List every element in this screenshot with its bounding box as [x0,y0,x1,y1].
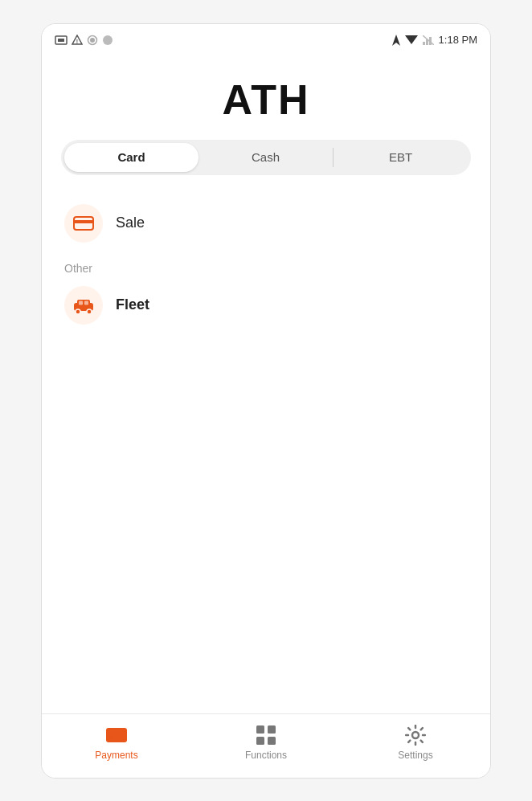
sim-icon [55,35,68,45]
svg-marker-8 [405,35,418,44]
payment-tabs: Card Cash EBT [61,140,471,175]
status-bar: ! [42,24,490,53]
phone-frame: ! [41,23,491,779]
svg-point-6 [103,35,113,45]
svg-point-5 [90,38,95,43]
functions-nav-label: Functions [245,750,287,761]
svg-rect-24 [256,725,264,734]
status-time: 1:18 PM [439,34,477,46]
svg-rect-9 [423,42,425,45]
sale-label: Sale [116,215,145,231]
svg-rect-19 [79,300,83,304]
settings-icon [405,725,426,746]
main-content: ATH Card Cash EBT [42,53,490,713]
menu-item-sale[interactable]: Sale [58,194,474,252]
tab-cash[interactable]: Cash [198,143,333,172]
tab-ebt[interactable]: EBT [334,143,468,172]
card-icon [73,215,94,231]
functions-nav-icon [255,724,277,746]
menu-item-fleet[interactable]: Fleet [58,276,474,334]
fleet-icon-circle [64,286,103,325]
wifi-icon [405,35,418,45]
logo-area: ATH [42,53,490,140]
settings-nav-icon [404,724,427,746]
sale-icon-circle [64,204,103,243]
location-arrow-icon [392,35,400,46]
tab-card[interactable]: Card [64,143,198,172]
circle-icon [87,35,98,46]
svg-rect-22 [106,732,127,736]
svg-point-17 [76,309,80,314]
menu-section: Sale Other [42,194,490,713]
nav-item-settings[interactable]: Settings [341,724,490,761]
svg-rect-25 [268,725,276,734]
svg-rect-14 [74,220,93,223]
svg-rect-20 [84,300,88,304]
svg-text:!: ! [76,39,78,44]
functions-icon [256,725,276,746]
payments-icon [105,726,128,744]
svg-point-28 [412,732,419,738]
svg-rect-27 [268,737,276,745]
payments-nav-icon [105,724,128,746]
signal-icon [423,35,434,45]
app-logo: ATH [222,76,309,124]
warning-icon: ! [72,35,83,45]
status-icons-right: 1:18 PM [392,34,477,46]
svg-rect-1 [58,39,64,42]
dot-icon [102,35,113,46]
settings-nav-label: Settings [398,750,432,761]
other-section-header: Other [58,255,474,276]
bottom-nav: Payments Functions Settings [42,713,490,778]
fleet-row-wrapper: Fleet [58,276,474,334]
nav-item-functions[interactable]: Functions [191,724,341,761]
svg-rect-26 [256,737,264,745]
nav-item-payments[interactable]: Payments [42,724,191,761]
svg-point-18 [87,309,92,314]
svg-marker-7 [392,35,400,46]
payments-nav-label: Payments [95,750,137,761]
svg-rect-23 [108,737,113,739]
car-icon [72,296,95,314]
status-icons-left: ! [55,35,113,46]
fleet-label: Fleet [116,296,149,313]
